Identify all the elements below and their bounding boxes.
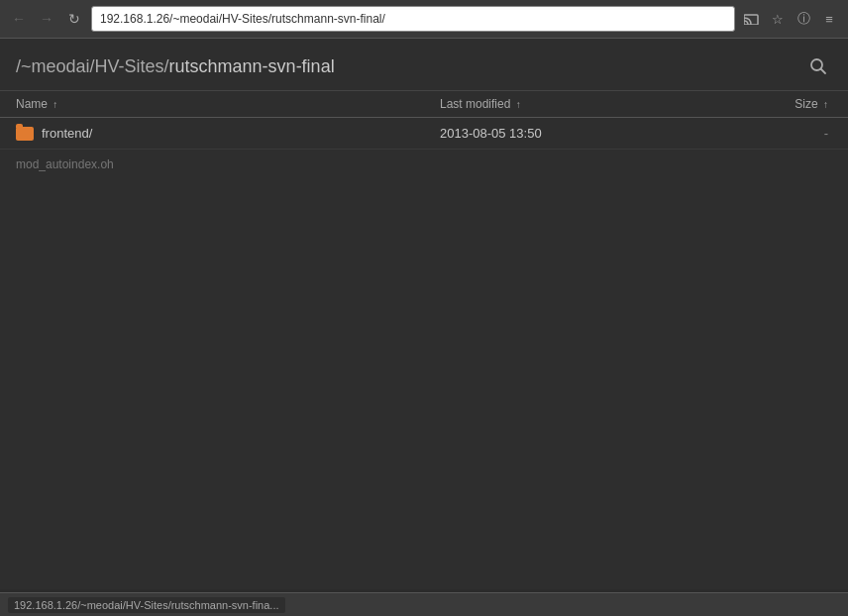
page-content: /~meodai/HV-Sites/rutschmann-svn-final N…	[0, 39, 848, 589]
file-size: -	[703, 118, 848, 150]
breadcrumb-current: rutschmann-svn-final	[169, 56, 335, 76]
cast-icon-button[interactable]	[741, 8, 763, 30]
search-button[interactable]	[804, 52, 832, 80]
toolbar-right: ☆ ⓘ ≡	[741, 8, 840, 30]
file-table-body: frontend/2013-08-05 13:50-	[0, 118, 848, 150]
status-bar: 192.168.1.26/~meodai/HV-Sites/rutschmann…	[0, 592, 848, 616]
back-button[interactable]: ←	[8, 8, 30, 30]
browser-chrome: ← → ↻ 192.168.1.26/~meodai/HV-Sites/ruts…	[0, 0, 848, 39]
svg-line-2	[821, 69, 826, 74]
info-button[interactable]: ⓘ	[793, 8, 814, 30]
cast-icon	[744, 13, 760, 25]
modified-sort-arrow: ↑	[516, 99, 521, 110]
name-sort-arrow: ↑	[53, 99, 57, 110]
col-header-name[interactable]: Name ↑	[0, 91, 424, 118]
menu-button[interactable]: ≡	[818, 8, 840, 30]
folder-icon	[16, 127, 34, 141]
breadcrumb-prefix: /~meodai/HV-Sites/	[16, 56, 169, 76]
mod-autoindex-text: mod_autoindex.oh	[0, 150, 848, 179]
size-sort-arrow: ↑	[823, 99, 828, 110]
col-header-size[interactable]: Size ↑	[703, 91, 848, 118]
reload-button[interactable]: ↻	[63, 8, 85, 30]
table-row[interactable]: frontend/2013-08-05 13:50-	[0, 118, 848, 150]
table-header: Name ↑ Last modified ↑ Size ↑	[0, 91, 848, 118]
bookmark-button[interactable]: ☆	[767, 8, 789, 30]
forward-button[interactable]: →	[36, 8, 57, 30]
file-name-cell: frontend/	[0, 118, 424, 150]
address-bar[interactable]: 192.168.1.26/~meodai/HV-Sites/rutschmann…	[91, 6, 735, 32]
url-text: 192.168.1.26/~meodai/HV-Sites/rutschmann…	[100, 12, 385, 26]
browser-toolbar: ← → ↻ 192.168.1.26/~meodai/HV-Sites/ruts…	[0, 0, 848, 38]
search-icon	[809, 57, 827, 75]
table-header-row: Name ↑ Last modified ↑ Size ↑	[0, 91, 848, 118]
col-header-last-modified[interactable]: Last modified ↑	[424, 91, 703, 118]
status-url: 192.168.1.26/~meodai/HV-Sites/rutschmann…	[8, 597, 285, 613]
file-modified: 2013-08-05 13:50	[424, 118, 703, 150]
breadcrumb: /~meodai/HV-Sites/rutschmann-svn-final	[16, 56, 335, 77]
file-table: Name ↑ Last modified ↑ Size ↑ frontend/2…	[0, 91, 848, 150]
file-name-link[interactable]: frontend/	[42, 126, 92, 141]
page-header: /~meodai/HV-Sites/rutschmann-svn-final	[0, 39, 848, 91]
